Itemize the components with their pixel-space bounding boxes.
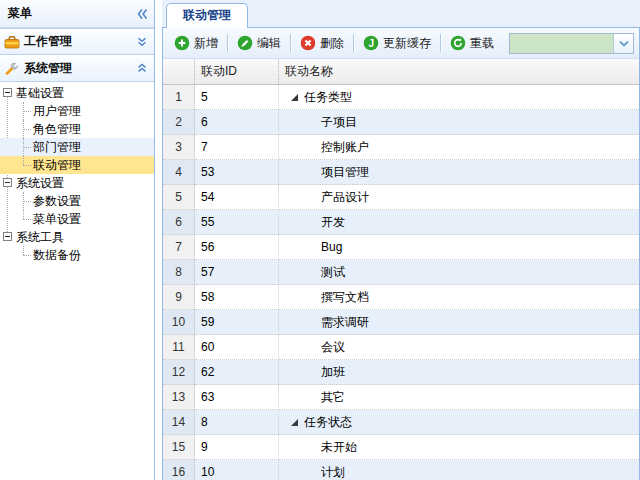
linkage-name-cell: 项目管理	[279, 160, 639, 185]
toolbar-separator	[290, 34, 291, 52]
edit-button[interactable]: 编辑	[230, 32, 288, 55]
row-number-cell: 12	[163, 360, 195, 385]
toolbar: 新增 编辑 删除 J 更新缓存	[163, 28, 639, 59]
update-cache-icon: J	[363, 35, 379, 51]
column-header-linkage-id[interactable]: 联动ID	[195, 59, 279, 84]
row-number-cell: 9	[163, 285, 195, 310]
tree-item[interactable]: 系统设置	[0, 174, 154, 192]
tree-item-label: 数据备份	[33, 247, 81, 264]
tree-item[interactable]: 数据备份	[0, 246, 154, 264]
tree-item[interactable]: 参数设置	[0, 192, 154, 210]
table-row[interactable]: 15任务类型	[163, 85, 639, 110]
table-row[interactable]: 1363其它	[163, 385, 639, 410]
table-row[interactable]: 148任务状态	[163, 410, 639, 435]
table-row[interactable]: 159未开始	[163, 435, 639, 460]
collapse-sidebar-icon[interactable]	[135, 8, 148, 20]
chevron-double-down-icon	[136, 36, 148, 48]
linkage-name-label: 加班	[321, 364, 345, 381]
tree-item[interactable]: 角色管理	[0, 120, 154, 138]
table-row[interactable]: 1262加班	[163, 360, 639, 385]
tree-item-label: 角色管理	[33, 121, 81, 138]
tree-item-label: 用户管理	[33, 103, 81, 120]
row-number-cell: 2	[163, 110, 195, 135]
tab-linkage-management[interactable]: 联动管理	[166, 3, 248, 28]
linkage-name-label: Bug	[321, 240, 342, 254]
tree-item-label: 联动管理	[33, 157, 81, 174]
linkage-name-label: 测试	[321, 264, 345, 281]
collapse-node-icon[interactable]	[3, 178, 12, 187]
linkage-name-cell: 子项目	[279, 110, 639, 135]
update-cache-button-label: 更新缓存	[383, 35, 431, 52]
accordion-system-management[interactable]: 系统管理	[0, 55, 154, 82]
row-number-cell: 11	[163, 335, 195, 360]
table-row[interactable]: 453项目管理	[163, 160, 639, 185]
linkage-name-label: 任务类型	[304, 89, 352, 106]
grid-rows: 15任务类型26子项目37控制账户453项目管理554产品设计655开发756B…	[163, 85, 639, 480]
linkage-name-cell: 计划	[279, 460, 639, 480]
linkage-id-cell: 53	[195, 160, 279, 185]
tree-item[interactable]: 用户管理	[0, 102, 154, 120]
cache-combobox[interactable]	[509, 33, 634, 54]
delete-icon	[300, 35, 316, 51]
add-button[interactable]: 新增	[167, 32, 225, 55]
accordion-work-management[interactable]: 工作管理	[0, 28, 154, 55]
table-row[interactable]: 756Bug	[163, 235, 639, 260]
linkage-id-cell: 55	[195, 210, 279, 235]
linkage-name-label: 开发	[321, 214, 345, 231]
linkage-id-cell: 54	[195, 185, 279, 210]
tree-item[interactable]: 菜单设置	[0, 210, 154, 228]
linkage-name-label: 撰写文档	[321, 289, 369, 306]
table-row[interactable]: 958撰写文档	[163, 285, 639, 310]
linkage-name-label: 需求调研	[321, 314, 369, 331]
reload-icon	[450, 35, 466, 51]
add-icon	[174, 35, 190, 51]
tree-item[interactable]: 联动管理	[0, 156, 154, 174]
tree-expand-icon[interactable]	[291, 94, 298, 101]
tree-item-label: 部门管理	[33, 139, 81, 156]
main-panel: 联动管理 新增 编辑 删除	[162, 0, 640, 480]
linkage-id-cell: 7	[195, 135, 279, 160]
column-header-linkage-name[interactable]: 联动名称	[279, 59, 639, 84]
table-row[interactable]: 1059需求调研	[163, 310, 639, 335]
row-number-cell: 14	[163, 410, 195, 435]
linkage-id-cell: 62	[195, 360, 279, 385]
sidebar-title: 菜单	[8, 5, 32, 22]
linkage-name-label: 子项目	[321, 114, 357, 131]
tree-item-label: 系统设置	[16, 175, 64, 192]
chevron-down-icon[interactable]	[613, 34, 633, 53]
tree-item[interactable]: 部门管理	[0, 138, 154, 156]
delete-button[interactable]: 删除	[293, 32, 351, 55]
table-row[interactable]: 655开发	[163, 210, 639, 235]
collapse-node-icon[interactable]	[3, 88, 12, 97]
tree-item[interactable]: 系统工具	[0, 228, 154, 246]
linkage-id-cell: 5	[195, 85, 279, 110]
linkage-name-cell: 产品设计	[279, 185, 639, 210]
linkage-name-cell: 未开始	[279, 435, 639, 460]
collapse-node-icon[interactable]	[3, 232, 12, 241]
row-number-cell: 5	[163, 185, 195, 210]
tab-label: 联动管理	[183, 8, 231, 22]
update-cache-button[interactable]: J 更新缓存	[356, 32, 438, 55]
table-row[interactable]: 37控制账户	[163, 135, 639, 160]
linkage-id-cell: 60	[195, 335, 279, 360]
table-row[interactable]: 857测试	[163, 260, 639, 285]
table-row[interactable]: 1160会议	[163, 335, 639, 360]
accordion-label: 工作管理	[24, 33, 72, 50]
tree-expand-icon[interactable]	[291, 419, 298, 426]
row-number-cell: 1	[163, 85, 195, 110]
tree-item[interactable]: 基础设置	[0, 84, 154, 102]
linkage-id-cell: 8	[195, 410, 279, 435]
tabstrip: 联动管理	[162, 0, 640, 28]
reload-button-label: 重载	[470, 35, 494, 52]
table-row[interactable]: 554产品设计	[163, 185, 639, 210]
reload-button[interactable]: 重载	[443, 32, 501, 55]
linkage-name-cell: 加班	[279, 360, 639, 385]
sidebar-tree: 基础设置用户管理角色管理部门管理联动管理系统设置参数设置菜单设置系统工具数据备份	[0, 82, 154, 264]
linkage-id-cell: 56	[195, 235, 279, 260]
table-row[interactable]: 1610计划	[163, 460, 639, 480]
toolbar-separator	[227, 34, 228, 52]
tree-item-label: 系统工具	[16, 229, 64, 246]
table-row[interactable]: 26子项目	[163, 110, 639, 135]
toolbar-separator	[440, 34, 441, 52]
row-number-cell: 13	[163, 385, 195, 410]
